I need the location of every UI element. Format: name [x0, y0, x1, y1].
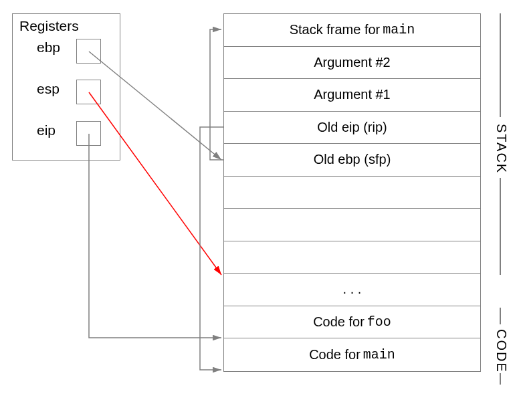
register-label-esp: esp [37, 81, 60, 97]
mem-row-arg1: Argument #1 [224, 79, 480, 112]
mem-row-old-ebp: Old ebp (sfp) [224, 144, 480, 177]
stack-line-top [500, 13, 501, 117]
mem-code: foo [367, 314, 391, 330]
stack-line-bottom [500, 178, 501, 275]
mem-text: Argument #1 [314, 87, 391, 102]
arrow-old-ebp-to-main-frame [210, 29, 223, 160]
code-label: CODE [494, 329, 509, 373]
mem-row-code-foo: Code for foo [224, 306, 480, 339]
mem-row-main-frame: Stack frame for main [224, 14, 480, 47]
registers-title: Registers [19, 18, 79, 34]
mem-text: Argument #2 [314, 55, 391, 70]
code-line-top [500, 308, 501, 324]
mem-row-blank1 [224, 177, 480, 209]
mem-text: Old eip (rip) [317, 120, 387, 135]
mem-row-old-eip: Old eip (rip) [224, 112, 480, 144]
mem-row-blank2 [224, 209, 480, 241]
code-line-bottom [500, 373, 501, 385]
registers-box: Registers [12, 13, 120, 161]
mem-text: Code for [309, 347, 360, 362]
register-cell-eip [76, 121, 101, 146]
arrow-eip-to-code-foo [89, 134, 221, 338]
register-cell-esp [76, 80, 101, 104]
stack-label: STACK [494, 124, 509, 174]
arrow-old-eip-to-code-main [200, 127, 223, 370]
diagram-canvas: Registers ebp esp eip Stack frame for ma… [0, 0, 517, 420]
register-label-eip: eip [37, 122, 56, 138]
register-label-ebp: ebp [37, 39, 60, 56]
mem-code: main [363, 347, 395, 362]
mem-text: Code for [313, 314, 365, 330]
mem-row-blank3 [224, 241, 480, 274]
register-cell-ebp [76, 39, 101, 64]
mem-text: Stack frame for [290, 22, 381, 37]
mem-text: Old ebp (sfp) [314, 152, 391, 167]
mem-row-arg2: Argument #2 [224, 47, 480, 80]
mem-row-ellipsis: . . . [224, 274, 480, 306]
mem-row-code-main: Code for main [224, 338, 480, 371]
memory-table: Stack frame for main Argument #2 Argumen… [223, 13, 481, 372]
mem-code: main [383, 22, 415, 37]
mem-text: . . . [343, 282, 362, 297]
